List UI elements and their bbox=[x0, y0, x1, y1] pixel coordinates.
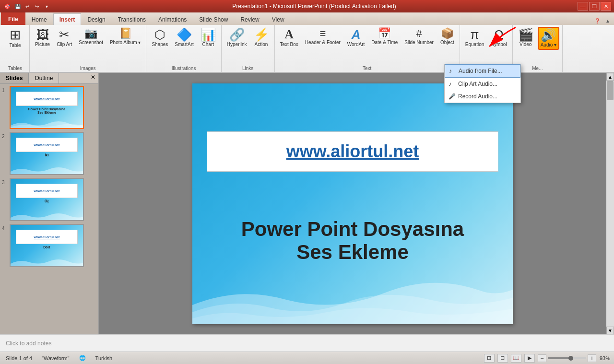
audio-button[interactable]: 🔊 Audio ▾ bbox=[538, 27, 559, 50]
smartart-label: SmartArt bbox=[175, 42, 193, 47]
scroll-track[interactable] bbox=[606, 81, 614, 327]
restore-button[interactable]: ❐ bbox=[589, 2, 600, 11]
slide-number-label: Slide Number bbox=[404, 40, 434, 46]
shapes-button[interactable]: ⬡ Shapes bbox=[149, 27, 170, 49]
chart-label: Chart bbox=[202, 42, 214, 47]
wordart-icon: A bbox=[352, 28, 361, 41]
statusbar-right: ⊞ ⊟ 📖 ▶ − + 93% bbox=[484, 354, 610, 363]
slide-main-text: Power Point DosyasınaSes Ekleme bbox=[192, 218, 513, 264]
wordart-button[interactable]: A WordArt bbox=[345, 27, 367, 49]
slide-thumbnail-2[interactable]: 2 www.aliortul.net İki bbox=[2, 132, 96, 175]
slide-preview-1[interactable]: www.aliortul.net Power Point DosyasınaSe… bbox=[10, 86, 84, 129]
undo-qa-button[interactable]: ↩ bbox=[23, 2, 32, 11]
save-qa-button[interactable]: 💾 bbox=[13, 2, 22, 11]
scroll-thumb[interactable] bbox=[607, 81, 614, 100]
slide-preview-4[interactable]: www.aliortul.net Dört bbox=[10, 224, 84, 267]
sidebar-close-button[interactable]: ✕ bbox=[88, 73, 98, 83]
header-footer-button[interactable]: ≡ Header & Footer bbox=[303, 27, 343, 47]
main-slide[interactable]: www.aliortul.net Power Point DosyasınaSe… bbox=[192, 83, 513, 324]
record-audio-item[interactable]: 🎤 Record Audio... bbox=[445, 90, 520, 103]
slide-count: Slide 1 of 4 bbox=[4, 355, 34, 362]
video-button[interactable]: 🎬 Video bbox=[516, 27, 536, 49]
ribbon-group-illustrations: ⬡ Shapes 🔷 SmartArt 📊 Chart Illustration… bbox=[146, 25, 221, 72]
clip-art-button[interactable]: ✂ Clip Art bbox=[54, 27, 74, 49]
slide-preview-2[interactable]: www.aliortul.net İki bbox=[10, 132, 84, 175]
scroll-up-button[interactable]: ▲ bbox=[606, 73, 614, 81]
slide-thumbnail-3[interactable]: 3 www.aliortul.net Üç bbox=[2, 178, 96, 221]
ribbon-tabs: File Home Insert Design Transitions Anim… bbox=[0, 12, 614, 25]
ribbon-group-images: 🖼 Picture ✂ Clip Art 📷 Screenshot 📔 Phot… bbox=[30, 25, 146, 72]
slide-num-4: 4 bbox=[2, 224, 8, 231]
slide-url-1: www.aliortul.net bbox=[34, 97, 60, 101]
object-button[interactable]: 📦 Object bbox=[438, 27, 457, 47]
language-name: Turkish bbox=[94, 355, 115, 362]
tab-view[interactable]: View bbox=[266, 13, 291, 25]
slide-content-box-4: www.aliortul.net bbox=[16, 230, 78, 244]
scroll-down-button[interactable]: ▼ bbox=[606, 327, 614, 334]
minimize-ribbon-button[interactable]: ▲ bbox=[603, 16, 612, 25]
more-qa-button[interactable]: ▾ bbox=[42, 2, 51, 11]
redo-qa-button[interactable]: ↪ bbox=[33, 2, 41, 11]
slide-preview-inner-2: www.aliortul.net İki bbox=[11, 133, 83, 174]
reading-view-button[interactable]: 📖 bbox=[511, 354, 521, 363]
table-button[interactable]: ⊞ Table bbox=[6, 27, 25, 50]
slide-number-button[interactable]: # Slide Number bbox=[402, 27, 436, 47]
notes-area[interactable]: Click to add notes bbox=[0, 334, 614, 352]
sidebar-tab-slides[interactable]: Slides bbox=[0, 73, 29, 83]
slide-preview-inner-3: www.aliortul.net Üç bbox=[11, 179, 83, 220]
audio-icon: 🔊 bbox=[541, 29, 556, 41]
slide-url-2: www.aliortul.net bbox=[34, 143, 60, 147]
smartart-button[interactable]: 🔷 SmartArt bbox=[172, 27, 196, 49]
slide-sorter-button[interactable]: ⊟ bbox=[497, 354, 508, 363]
equation-button[interactable]: π Equation bbox=[463, 27, 486, 49]
slide-title-1: Power Point DosyasınaSes Ekleme bbox=[28, 107, 65, 114]
photo-album-label: Photo Album ▾ bbox=[110, 40, 141, 46]
images-group-label: Images bbox=[80, 65, 96, 71]
date-time-icon: 📅 bbox=[378, 28, 391, 39]
slide-preview-3[interactable]: www.aliortul.net Üç bbox=[10, 178, 84, 221]
picture-button[interactable]: 🖼 Picture bbox=[33, 27, 52, 49]
screenshot-label: Screenshot bbox=[79, 40, 103, 46]
sidebar-tab-outline[interactable]: Outline bbox=[29, 73, 59, 83]
chart-button[interactable]: 📊 Chart bbox=[198, 27, 218, 49]
window-controls: — ❐ ✕ bbox=[578, 2, 611, 11]
action-button[interactable]: ⚡ Action bbox=[251, 27, 272, 49]
date-time-button[interactable]: 📅 Date & Time bbox=[369, 27, 400, 47]
help-button[interactable]: ❓ bbox=[593, 16, 602, 25]
slide-thumbnail-1[interactable]: 1 www.aliortul.net Power Point Dosyasına… bbox=[2, 86, 96, 129]
tab-file[interactable]: File bbox=[1, 12, 25, 25]
slide-url-link[interactable]: www.aliortul.net bbox=[286, 141, 419, 162]
tab-home[interactable]: Home bbox=[25, 13, 53, 25]
screenshot-button[interactable]: 📷 Screenshot bbox=[76, 27, 106, 47]
clip-art-audio-label: Clip Art Audio... bbox=[458, 81, 497, 87]
clip-art-audio-item[interactable]: ♪ Clip Art Audio... bbox=[445, 78, 520, 90]
minimize-button[interactable]: — bbox=[578, 2, 588, 11]
tab-design[interactable]: Design bbox=[81, 13, 111, 25]
zoom-fill bbox=[548, 357, 571, 359]
textbox-button[interactable]: A Text Box bbox=[278, 27, 301, 49]
tab-slideshow[interactable]: Slide Show bbox=[193, 13, 234, 25]
app-icon: 🎯 bbox=[3, 2, 12, 11]
tab-animations[interactable]: Animations bbox=[152, 13, 193, 25]
photo-album-icon: 📔 bbox=[119, 28, 132, 39]
close-button[interactable]: ✕ bbox=[601, 2, 611, 11]
slide-thumbnail-4[interactable]: 4 www.aliortul.net Dört bbox=[2, 224, 96, 267]
zoom-out-button[interactable]: − bbox=[538, 354, 546, 362]
slide-title-4: Dört bbox=[43, 246, 50, 249]
shapes-icon: ⬡ bbox=[154, 28, 165, 41]
tab-transitions[interactable]: Transitions bbox=[112, 13, 152, 25]
photo-album-button[interactable]: 📔 Photo Album ▾ bbox=[107, 27, 143, 47]
tab-review[interactable]: Review bbox=[234, 13, 265, 25]
slideshow-button[interactable]: ▶ bbox=[524, 354, 535, 363]
hyperlink-button[interactable]: 🔗 Hyperlink bbox=[224, 27, 249, 49]
normal-view-button[interactable]: ⊞ bbox=[484, 354, 495, 363]
video-label: Video bbox=[520, 42, 531, 47]
links-content: 🔗 Hyperlink ⚡ Action bbox=[224, 27, 272, 65]
theme-name: "Waveform" bbox=[40, 355, 71, 362]
tab-insert[interactable]: Insert bbox=[53, 13, 82, 25]
zoom-slider[interactable] bbox=[548, 357, 586, 359]
symbol-button[interactable]: Ω Symbol bbox=[488, 27, 509, 49]
audio-from-file-item[interactable]: ♪ Audio from File... bbox=[445, 64, 520, 78]
table-label: Table bbox=[10, 43, 21, 48]
zoom-in-button[interactable]: + bbox=[588, 354, 596, 362]
